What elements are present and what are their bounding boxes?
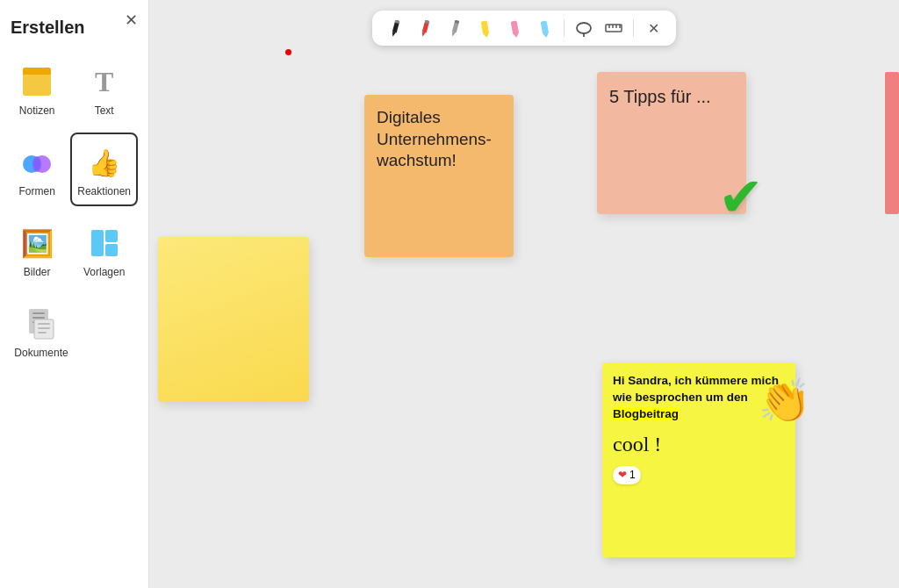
svg-point-5 bbox=[32, 156, 41, 172]
comment-bold-text: Hi Sandra, ich kümmere mich wie besproch… bbox=[613, 374, 779, 404]
svg-marker-21 bbox=[421, 32, 425, 37]
comment-highlighted-text: Blogbeitrag bbox=[613, 407, 679, 420]
sidebar-close-button[interactable]: ✕ bbox=[125, 11, 138, 30]
green-checkmark: ✔ bbox=[718, 165, 764, 229]
vorlagen-label: Vorlagen bbox=[83, 266, 125, 278]
formen-label: Formen bbox=[18, 185, 54, 197]
orange-note-text: Digitales Unternehmens-wachstum! bbox=[377, 108, 492, 169]
toolbar-divider-1 bbox=[564, 19, 565, 37]
bilder-label: Bilder bbox=[24, 266, 51, 278]
svg-marker-24 bbox=[450, 32, 455, 37]
notizen-label: Notizen bbox=[19, 104, 55, 117]
heart-icon: ❤ bbox=[618, 468, 627, 483]
sidebar-item-text[interactable]: T Text bbox=[70, 52, 138, 125]
svg-rect-15 bbox=[38, 327, 50, 329]
comment-sticky-note[interactable]: Hi Sandra, ich kümmere mich wie besproch… bbox=[602, 362, 795, 557]
right-sliver-note bbox=[885, 72, 899, 214]
heart-count: 1 bbox=[629, 468, 636, 483]
text-icon: T bbox=[85, 62, 124, 101]
black-pen-tool[interactable] bbox=[383, 16, 407, 40]
svg-rect-26 bbox=[481, 20, 489, 34]
svg-rect-16 bbox=[38, 332, 47, 333]
sidebar-item-bilder[interactable]: 🖼️ Bilder bbox=[11, 213, 63, 287]
pink-note-text: 5 Tipps für ... bbox=[609, 87, 711, 106]
svg-rect-30 bbox=[541, 20, 549, 34]
gray-pen-tool[interactable] bbox=[442, 16, 467, 40]
reaktionen-icon: 👍 bbox=[85, 143, 124, 182]
ruler-tool[interactable] bbox=[601, 16, 626, 40]
comment-handwriting: cool ! bbox=[613, 430, 785, 460]
sidebar-item-notizen[interactable]: Notizen bbox=[11, 52, 63, 125]
formen-icon bbox=[18, 143, 56, 182]
svg-rect-11 bbox=[32, 317, 45, 319]
lasso-tool[interactable] bbox=[572, 16, 596, 40]
svg-rect-28 bbox=[511, 20, 519, 34]
notizen-icon bbox=[18, 62, 56, 101]
sidebar-bottom: Dokumente bbox=[11, 294, 138, 368]
dokumente-icon bbox=[22, 305, 61, 343]
svg-marker-18 bbox=[391, 32, 395, 37]
red-dot-marker bbox=[285, 49, 291, 55]
svg-rect-8 bbox=[105, 244, 118, 256]
reaktionen-label: Reaktionen bbox=[77, 185, 131, 197]
heart-reaction-badge[interactable]: ❤ 1 bbox=[613, 466, 641, 484]
sidebar-item-reaktionen[interactable]: 👍 Reaktionen bbox=[70, 133, 138, 206]
sidebar-item-vorlagen[interactable]: Vorlagen bbox=[70, 213, 138, 287]
sidebar-title: Erstellen bbox=[11, 18, 138, 38]
dokumente-label: Dokumente bbox=[14, 347, 68, 359]
text-label: Text bbox=[95, 104, 114, 117]
svg-rect-7 bbox=[105, 230, 118, 242]
svg-point-32 bbox=[577, 23, 591, 33]
svg-rect-14 bbox=[38, 323, 50, 325]
comment-footer: ❤ 1 bbox=[613, 466, 785, 484]
svg-rect-10 bbox=[32, 312, 45, 314]
sidebar-item-dokumente[interactable]: Dokumente bbox=[11, 294, 72, 368]
red-pen-tool[interactable] bbox=[413, 16, 437, 40]
svg-rect-2 bbox=[23, 72, 51, 75]
clap-emoji: 👏 bbox=[759, 371, 811, 430]
svg-rect-6 bbox=[91, 230, 104, 256]
sidebar-grid: Notizen T Text Formen 👍 bbox=[11, 52, 138, 287]
pink-highlighter-tool[interactable] bbox=[502, 16, 527, 40]
blue-highlighter-tool[interactable] bbox=[532, 16, 557, 40]
canvas: ✕ Digitales Unternehmens-wachstum! 5 Tip… bbox=[149, 0, 899, 588]
yellow-highlighter-tool[interactable] bbox=[472, 16, 497, 40]
sidebar-item-formen[interactable]: Formen bbox=[11, 133, 63, 206]
toolbar-divider-2 bbox=[633, 19, 634, 37]
bilder-icon: 🖼️ bbox=[18, 224, 56, 262]
vorlagen-icon bbox=[85, 224, 124, 262]
orange-sticky-note[interactable]: Digitales Unternehmens-wachstum! bbox=[364, 95, 514, 257]
yellow-sticky-note[interactable] bbox=[158, 237, 309, 402]
toolbar-close-button[interactable]: ✕ bbox=[641, 16, 665, 40]
sidebar: ✕ Erstellen Notizen T Text bbox=[0, 0, 149, 588]
drawing-toolbar: ✕ bbox=[372, 11, 676, 46]
